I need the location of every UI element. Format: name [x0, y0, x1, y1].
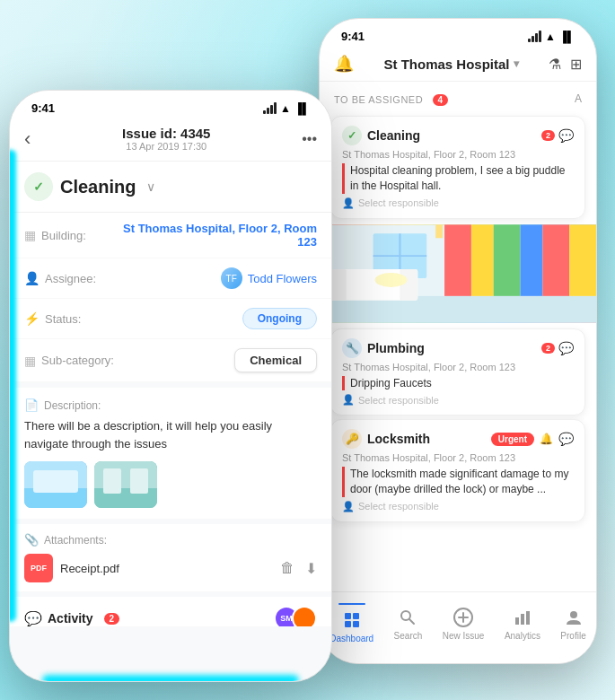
activity-avatars: SM [281, 606, 317, 626]
assignee-avatar: TF [221, 267, 242, 289]
category-row[interactable]: ✓ Cleaning ∨ [10, 162, 331, 213]
signal-icon-front [263, 102, 277, 114]
profile-icon [563, 607, 584, 628]
attachment-file-row: PDF Receipt.pdf 🗑 ⬇ [24, 554, 317, 582]
issue-desc-cleaning: Hospital cleaning problem, I see a big p… [342, 163, 574, 194]
nav-profile-label: Profile [560, 631, 585, 641]
section-header: TO BE ASSIGNED 4 A [320, 82, 596, 112]
attachments-section: 📎 Attachments: PDF Receipt.pdf 🗑 ⬇ [10, 524, 331, 591]
issue-desc-locksmith: The locksmith made significant damage to… [342, 467, 574, 497]
svg-rect-2 [444, 224, 471, 295]
building-label: Building: [41, 229, 86, 242]
time-back: 9:41 [341, 30, 365, 43]
person-icon-plumbing: 👤 [342, 394, 355, 406]
wifi-icon-front: ▲ [280, 102, 291, 115]
svg-rect-35 [130, 468, 148, 494]
nav-dashboard[interactable]: Dashboard [329, 603, 373, 643]
chat-icon-cleaning: 💬 [558, 128, 574, 143]
svg-rect-16 [345, 613, 351, 619]
nav-profile[interactable]: Profile [560, 607, 585, 641]
issue-title-plumbing: Plumbing [367, 341, 425, 355]
battery-icon: ▐▌ [559, 31, 575, 43]
analytics-icon [512, 607, 533, 628]
activity-title-row: 💬 Activity 2 [24, 610, 119, 627]
category-name: Cleaning [60, 177, 136, 197]
delete-file-button[interactable]: 🗑 [280, 560, 294, 577]
building-row: ▦ Building: St Thomas Hospital, Floor 2,… [10, 213, 331, 258]
chevron-down-icon: ▾ [514, 57, 519, 70]
cyan-glow-left [9, 150, 16, 622]
file-info: PDF Receipt.pdf [24, 554, 119, 582]
download-file-button[interactable]: ⬇ [305, 560, 317, 577]
description-text: There will be a description, it will hel… [24, 417, 317, 452]
nav-new-issue-label: New Issue [443, 631, 485, 641]
svg-line-21 [409, 619, 414, 624]
chat-badge-cleaning: 2 [541, 130, 555, 141]
assignee-value: Todd Flowers [248, 272, 317, 285]
file-name: Receipt.pdf [60, 562, 119, 575]
activity-badge: 2 [104, 613, 120, 625]
filter-icon[interactable]: ⚗ [549, 56, 561, 73]
issue-card-plumbing[interactable]: 🔧 Plumbing 2 💬 St Thomas Hospital, Floor… [330, 328, 585, 416]
issue-location-plumbing: St Thomas Hospital, Floor 2, Room 123 [342, 362, 574, 372]
hospital-selector[interactable]: St Thomas Hospital ▾ [383, 57, 518, 72]
chat-icon-plumbing: 💬 [558, 341, 574, 355]
svg-rect-7 [569, 224, 596, 295]
assignee-icon: 👤 [24, 271, 40, 285]
nav-search-label: Search [394, 631, 423, 641]
category-chevron: ∨ [146, 179, 155, 194]
status-label: Status: [45, 312, 81, 326]
nav-analytics[interactable]: Analytics [505, 607, 540, 641]
issue-desc-plumbing: Dripping Faucets [342, 376, 574, 391]
issue-date: 13 Apr 2019 17:30 [122, 141, 210, 152]
nav-analytics-label: Analytics [505, 631, 540, 641]
issue-header: ‹ Issue id: 4345 13 Apr 2019 17:30 ••• [10, 118, 331, 162]
svg-rect-4 [494, 224, 521, 295]
person-icon: 👤 [342, 197, 355, 209]
activity-section: 💬 Activity 2 SM Grace Corte [10, 597, 331, 626]
subcategory-row: ▦ Sub-category: Chemical [10, 339, 331, 382]
nav-new-issue[interactable]: New Issue [443, 607, 485, 641]
back-button[interactable]: ‹ [24, 127, 31, 151]
subcategory-icon: ▦ [24, 354, 36, 368]
status-icon: ⚡ [24, 311, 40, 326]
building-value: St Thomas Hospital, Floor 2, Room 123 [114, 222, 317, 249]
issue-card-locksmith[interactable]: 🔑 Locksmith Urgent 🔔 💬 St Thomas Hospita… [330, 419, 585, 522]
settings-icon[interactable]: ⊞ [570, 56, 582, 73]
thumbnail-1[interactable] [24, 461, 87, 508]
nav-search[interactable]: Search [394, 607, 423, 641]
pdf-icon: PDF [24, 554, 53, 582]
wifi-icon: ▲ [545, 31, 556, 43]
thumbnail-2[interactable] [94, 461, 157, 508]
attach-icon: 📎 [24, 533, 39, 547]
issue-id: Issue id: 4345 [122, 126, 210, 141]
assignee-row: 👤 Assignee: TF Todd Flowers [10, 258, 331, 299]
bell-icon: 🔔 [334, 54, 354, 74]
activity-header: 💬 Activity 2 SM [24, 606, 317, 626]
issue-card-cleaning[interactable]: ✓ Cleaning 2 💬 St Thomas Hospital, Floor… [330, 116, 585, 219]
svg-rect-25 [515, 617, 519, 625]
svg-point-14 [375, 273, 408, 287]
responsible-plumbing: 👤 Select responsible [342, 394, 574, 406]
svg-rect-19 [353, 621, 359, 627]
search-icon [397, 607, 418, 628]
top-bar-back: 🔔 St Thomas Hospital ▾ ⚗ ⊞ [320, 47, 596, 82]
plumbing-icon: 🔧 [342, 338, 362, 358]
dashboard-icon [341, 609, 363, 631]
issue-location-locksmith: St Thomas Hospital, Floor 2, Room 123 [342, 452, 574, 463]
content-area: ✓ Cleaning ∨ ▦ Building: St Thomas Hospi… [10, 162, 331, 626]
svg-rect-15 [435, 224, 443, 238]
more-button[interactable]: ••• [302, 131, 317, 147]
svg-point-28 [570, 611, 577, 618]
status-bar-front: 9:41 ▲ ▐▌ [10, 91, 331, 118]
battery-icon-front: ▐▌ [294, 102, 310, 115]
status-row: ⚡ Status: Ongoing [10, 299, 331, 339]
phone-back: 9:41 ▲ ▐▌ 🔔 St Thomas Hospital ▾ ⚗ ⊞ TO … [319, 18, 597, 664]
svg-rect-18 [345, 621, 351, 627]
svg-rect-17 [353, 613, 359, 619]
filter-icons: ⚗ ⊞ [549, 56, 582, 73]
person-icon-locksmith: 👤 [342, 501, 355, 512]
phone-front: 9:41 ▲ ▐▌ ‹ Issue id: 4345 13 Apr 2019 1… [9, 90, 332, 682]
file-actions: 🗑 ⬇ [280, 560, 317, 577]
svg-rect-31 [33, 470, 78, 493]
